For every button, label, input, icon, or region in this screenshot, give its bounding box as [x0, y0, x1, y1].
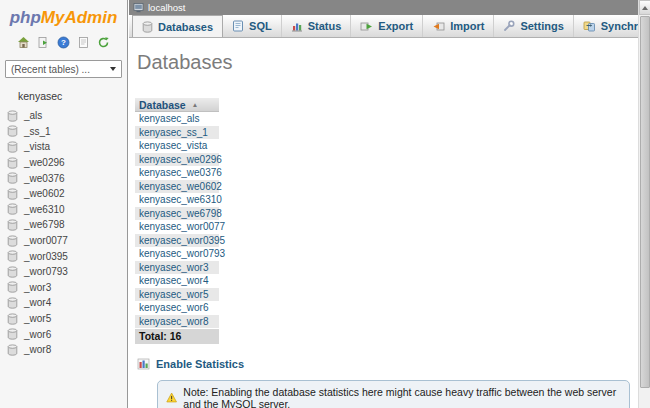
- sidebar-database-item[interactable]: _we0376: [0, 170, 127, 186]
- vertical-scrollbar[interactable]: [638, 0, 650, 408]
- tab-export[interactable]: Export: [351, 15, 423, 37]
- database-column-header[interactable]: Database ▲: [135, 98, 219, 112]
- database-link[interactable]: kenyasec_wor8: [135, 315, 219, 329]
- sidebar-database-link: _vista: [24, 141, 50, 152]
- database-link[interactable]: kenyasec_wor0395: [135, 234, 219, 248]
- sidebar-database-link: _wor0395: [24, 251, 68, 262]
- sql-icon: [232, 20, 244, 32]
- sidebar-database-link: _we0296: [24, 157, 65, 168]
- documentation-icon[interactable]: [77, 35, 90, 48]
- statistics-chart-icon: [137, 358, 150, 370]
- phpmyadmin-logo[interactable]: phpMyAdmin: [0, 0, 127, 28]
- scroll-up-arrow-icon: [642, 6, 648, 10]
- page-title: Databases: [137, 51, 638, 74]
- tab-label: SQL: [249, 20, 272, 32]
- sidebar-database-item[interactable]: _wor0077: [0, 233, 127, 249]
- tab-label: Settings: [520, 20, 563, 32]
- sidebar-database-link: _wor5: [24, 313, 51, 324]
- logo-php-text: php: [10, 8, 41, 27]
- sidebar-database-item[interactable]: _als: [0, 108, 127, 124]
- tab-import[interactable]: Import: [423, 15, 494, 37]
- logo-myadmin-text: MyAdmin: [41, 8, 118, 27]
- tab-label: Export: [378, 20, 413, 32]
- sidebar-database-link: _wor0793: [24, 266, 68, 277]
- column-header-label: Database: [139, 99, 186, 111]
- sidebar-database-item[interactable]: _we6310: [0, 202, 127, 218]
- recent-tables-dropdown[interactable]: (Recent tables) ...: [5, 60, 122, 78]
- database-link[interactable]: kenyasec_we6310: [135, 193, 219, 207]
- sidebar-database-item[interactable]: _we0602: [0, 186, 127, 202]
- sidebar-database-item[interactable]: _wor0793: [0, 264, 127, 280]
- sidebar-database-item[interactable]: _wor0395: [0, 248, 127, 264]
- database-icon: [7, 172, 18, 184]
- enable-statistics-link[interactable]: Enable Statistics: [156, 358, 244, 370]
- sidebar-database-link: _we6798: [24, 219, 65, 230]
- database-tree: _als _ss_1 _vista _we0296: [0, 108, 127, 358]
- database-icon: [7, 219, 18, 231]
- database-link[interactable]: kenyasec_wor5: [135, 288, 219, 302]
- server-icon: [133, 2, 144, 13]
- database-link[interactable]: kenyasec_wor0793: [135, 247, 219, 261]
- sidebar-database-link: _we6310: [24, 204, 65, 215]
- tab-label: Status: [308, 20, 342, 32]
- database-link[interactable]: kenyasec_wor3: [135, 261, 219, 275]
- tab-status[interactable]: Status: [282, 15, 352, 37]
- settings-icon: [503, 20, 515, 32]
- database-link[interactable]: kenyasec_we0602: [135, 180, 219, 194]
- database-link[interactable]: kenyasec_wor6: [135, 301, 219, 315]
- sidebar-database-link: _we0376: [24, 173, 65, 184]
- sidebar-database-item[interactable]: _ss_1: [0, 124, 127, 140]
- sidebar-database-item[interactable]: _vista: [0, 139, 127, 155]
- databases-table: Database ▲ kenyasec_als kenyasec_ss_1 ke…: [135, 98, 219, 344]
- sidebar-database-item[interactable]: _wor3: [0, 280, 127, 296]
- database-link[interactable]: kenyasec_wor0077: [135, 220, 219, 234]
- tab-databases[interactable]: Databases: [132, 15, 223, 37]
- database-link[interactable]: kenyasec_als: [135, 112, 219, 126]
- navigation-sidebar: phpMyAdmin ? (Recent tables) ... kenyase…: [0, 0, 128, 408]
- database-link[interactable]: kenyasec_we0376: [135, 166, 219, 180]
- recent-tables-value: (Recent tables) ...: [11, 64, 110, 75]
- database-link[interactable]: kenyasec_we0296: [135, 153, 219, 167]
- database-link[interactable]: kenyasec_vista: [135, 139, 219, 153]
- database-link[interactable]: kenyasec_we6798: [135, 207, 219, 221]
- database-rows: kenyasec_als kenyasec_ss_1 kenyasec_vist…: [135, 112, 219, 328]
- sidebar-database-item[interactable]: _wor4: [0, 295, 127, 311]
- home-icon[interactable]: [17, 35, 30, 48]
- sidebar-database-link: _wor6: [24, 329, 51, 340]
- status-icon: [291, 20, 303, 32]
- database-link[interactable]: kenyasec_ss_1: [135, 126, 219, 140]
- sidebar-database-link: _ss_1: [24, 126, 51, 137]
- scroll-up-button[interactable]: [639, 0, 650, 15]
- reload-icon[interactable]: [97, 35, 110, 48]
- sidebar-database-item[interactable]: _we0296: [0, 155, 127, 171]
- help-icon[interactable]: ?: [57, 35, 70, 48]
- sidebar-database-item[interactable]: _wor8: [0, 342, 127, 358]
- total-row: Total: 16: [135, 329, 219, 344]
- page-content: Databases Database ▲ kenyasec_als kenyas…: [129, 38, 638, 408]
- sidebar-icon-toolbar: ?: [0, 35, 127, 49]
- database-link[interactable]: kenyasec_wor4: [135, 274, 219, 288]
- tab-sql[interactable]: SQL: [223, 15, 282, 37]
- database-icon: [7, 266, 18, 278]
- database-icon: [7, 157, 18, 169]
- note-text: Note: Enabling the database statistics h…: [183, 386, 621, 408]
- main-tab-bar: Databases SQL Status Export Import Setti…: [129, 15, 638, 38]
- export-icon: [360, 20, 373, 32]
- sidebar-database-link: _wor8: [24, 344, 51, 355]
- chevron-down-icon: [110, 67, 116, 71]
- main-panel: localhost Databases SQL Status Export Im…: [129, 0, 638, 408]
- scrollbar-thumb[interactable]: [640, 16, 650, 388]
- sidebar-database-item[interactable]: _we6798: [0, 217, 127, 233]
- sidebar-database-item[interactable]: _wor5: [0, 311, 127, 327]
- server-name[interactable]: localhost: [148, 2, 186, 13]
- database-icon: [7, 203, 18, 215]
- nav-tree-root[interactable]: kenyasec: [18, 90, 127, 102]
- logout-icon[interactable]: [37, 35, 50, 48]
- tab-settings[interactable]: Settings: [494, 15, 573, 37]
- warning-icon: [166, 391, 177, 404]
- sidebar-database-link: _wor0077: [24, 235, 68, 246]
- sidebar-database-item[interactable]: _wor6: [0, 326, 127, 342]
- sort-ascending-icon: ▲: [192, 101, 198, 108]
- database-icon: [7, 250, 18, 262]
- tab-label: Databases: [158, 21, 213, 33]
